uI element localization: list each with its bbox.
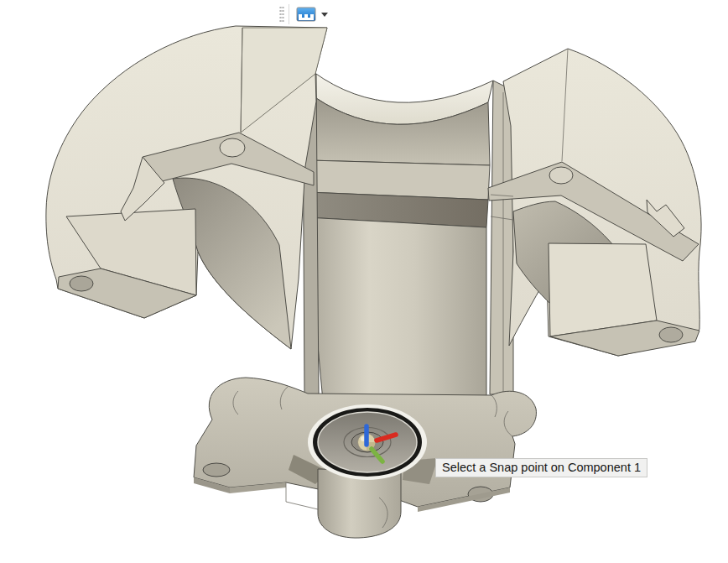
floating-toolbar[interactable]: [279, 3, 330, 26]
snap-tool-button[interactable]: [294, 5, 330, 23]
snap-prompt-text: Select a Snap point on Component 1: [442, 461, 641, 474]
left-wing[interactable]: [46, 26, 327, 349]
toolbar-separator: [289, 4, 289, 24]
center-column[interactable]: [306, 217, 486, 401]
right-wing[interactable]: [488, 49, 701, 356]
snap-point-tool-icon: [296, 7, 316, 22]
snap-prompt-tooltip: Select a Snap point on Component 1: [435, 458, 647, 477]
right-box-hole[interactable]: [659, 327, 683, 342]
left-tab-hole[interactable]: [203, 463, 230, 477]
left-ledge-hole[interactable]: [220, 138, 245, 157]
snap-point-indicator[interactable]: [308, 404, 427, 480]
right-box-front-face[interactable]: [549, 243, 657, 336]
drag-handle-icon[interactable]: [279, 5, 284, 23]
center-channel[interactable]: [303, 72, 513, 401]
left-box-hole[interactable]: [70, 276, 93, 291]
model-canvas[interactable]: [0, 0, 728, 563]
right-ledge-hole[interactable]: [549, 167, 573, 184]
dropdown-caret-icon[interactable]: [321, 13, 328, 17]
cad-viewport[interactable]: Select a Snap point on Component 1: [0, 0, 728, 563]
channel-right-wall[interactable]: [490, 81, 513, 394]
